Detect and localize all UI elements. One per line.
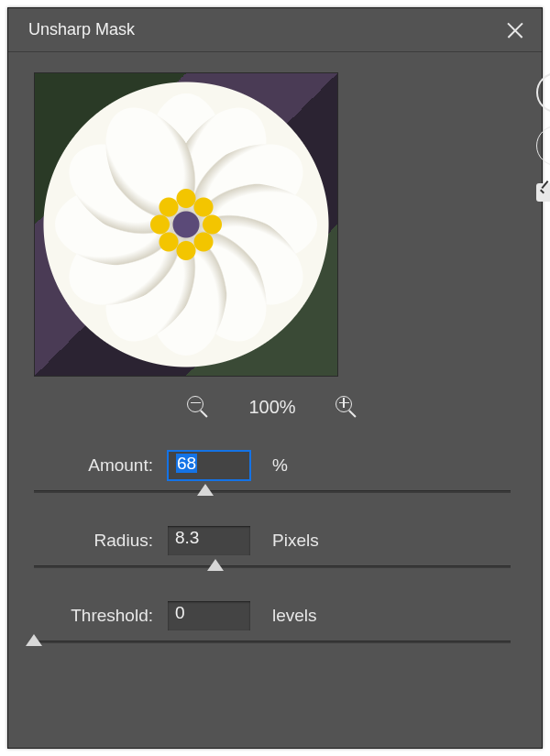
threshold-unit: levels xyxy=(261,606,317,626)
amount-row: Amount: 68 % xyxy=(34,450,511,481)
radius-input[interactable]: 8.3 xyxy=(168,526,250,555)
radius-unit: Pixels xyxy=(261,531,319,551)
zoom-controls: 100% xyxy=(34,395,511,419)
ok-button[interactable]: OK xyxy=(536,72,550,113)
threshold-input[interactable]: 0 xyxy=(168,601,250,630)
amount-input[interactable]: 68 xyxy=(168,451,250,480)
actions-column: OK Cancel Preview xyxy=(536,72,550,657)
preview-image[interactable] xyxy=(34,72,338,377)
amount-slider[interactable] xyxy=(34,487,511,507)
radius-slider-thumb[interactable] xyxy=(207,559,224,571)
radius-label: Radius: xyxy=(34,531,157,551)
preview-column: 100% Amount: 68 % Radius: 8.3 xyxy=(34,72,511,657)
threshold-row: Threshold: 0 levels xyxy=(34,600,511,631)
preview-checkbox-row[interactable]: Preview xyxy=(536,182,550,203)
threshold-slider[interactable] xyxy=(34,637,511,657)
preview-checkbox[interactable] xyxy=(536,183,550,202)
parameter-sliders: Amount: 68 % Radius: 8.3 Pixels xyxy=(34,450,511,657)
dialog-body: 100% Amount: 68 % Radius: 8.3 xyxy=(8,52,542,674)
titlebar: Unsharp Mask xyxy=(8,8,542,52)
amount-label: Amount: xyxy=(34,455,157,476)
dialog-title: Unsharp Mask xyxy=(28,20,135,39)
amount-unit: % xyxy=(261,455,288,476)
radius-row: Radius: 8.3 Pixels xyxy=(34,525,511,556)
amount-slider-thumb[interactable] xyxy=(197,484,214,496)
zoom-in-icon[interactable] xyxy=(335,395,358,419)
threshold-label: Threshold: xyxy=(34,606,157,626)
threshold-slider-thumb[interactable] xyxy=(26,634,42,646)
cancel-button[interactable]: Cancel xyxy=(536,126,550,166)
zoom-out-icon[interactable] xyxy=(186,395,210,419)
close-icon[interactable] xyxy=(505,20,525,40)
unsharp-mask-dialog: Unsharp Mask xyxy=(7,7,543,749)
zoom-level: 100% xyxy=(248,397,295,418)
radius-slider[interactable] xyxy=(34,562,511,582)
